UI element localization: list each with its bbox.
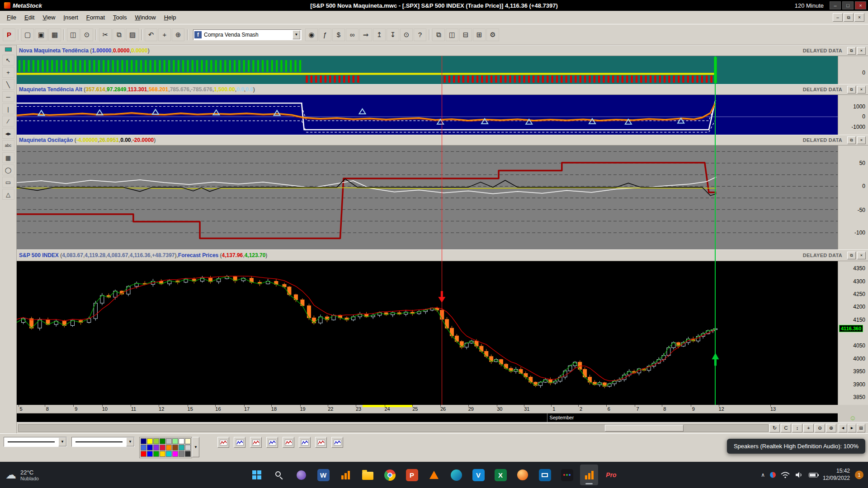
color-swatch[interactable] (141, 451, 146, 457)
taskbar-clock[interactable]: 15:42 12/09/2022 (823, 468, 850, 482)
expert-advisor-combo[interactable]: fCompra Venda Smash▼ (193, 29, 302, 40)
task-view-button[interactable] (292, 465, 310, 485)
excel-app[interactable]: X (491, 465, 509, 485)
paste-button[interactable]: ▨ (126, 28, 139, 41)
word-app[interactable]: W (314, 465, 332, 485)
color-swatch[interactable] (141, 445, 146, 450)
rectangle-tool[interactable]: ▭ (2, 177, 14, 188)
forecaster-button[interactable]: ⇒ (359, 28, 372, 41)
edge-app[interactable] (447, 465, 465, 485)
scroll-right-button[interactable]: ► (848, 424, 856, 432)
line-weight-select[interactable]: ▼ (71, 437, 135, 447)
palette-more-button[interactable]: ▼ (192, 437, 199, 457)
plot-style-2-button[interactable] (234, 437, 245, 448)
web-button[interactable]: ◉ (305, 28, 318, 41)
metastock-active-app[interactable] (580, 465, 598, 485)
panel-restore-button[interactable]: ⧉ (847, 252, 856, 259)
chevron-down-icon[interactable]: ▼ (58, 437, 66, 446)
panel-restore-button[interactable]: ⧉ (847, 136, 856, 144)
upload-button[interactable]: ↥ (373, 28, 386, 41)
start-button[interactable] (248, 465, 266, 485)
collapse-button[interactable]: C (781, 424, 791, 432)
child-close-button[interactable]: × (854, 13, 864, 22)
close-button[interactable]: × (855, 1, 866, 9)
child-restore-button[interactable]: ⧉ (844, 13, 854, 22)
explorer-button[interactable]: ∞ (346, 28, 359, 41)
zoom-out-button[interactable]: ⊖ (815, 424, 825, 432)
zoom-button[interactable]: ⊕ (172, 28, 184, 41)
color-swatch[interactable] (172, 451, 178, 457)
pan-button[interactable]: + (803, 424, 814, 432)
print-button[interactable]: ◫ (67, 28, 80, 41)
maximize-button[interactable]: □ (842, 1, 854, 9)
page-list-button[interactable]: ▤ (857, 424, 865, 432)
plot-style-3-button[interactable] (250, 437, 262, 448)
triangle-tool[interactable]: △ (2, 189, 14, 200)
color-swatch[interactable] (172, 445, 178, 450)
ellipse-tool[interactable]: ◯ (2, 164, 14, 175)
save-button[interactable]: ▦ (48, 28, 61, 41)
maquineta-tendencia-alt-chart[interactable] (17, 95, 838, 135)
panel-close-button[interactable]: × (857, 47, 866, 55)
color-swatch[interactable] (179, 445, 184, 450)
menu-window[interactable]: Window (131, 12, 160, 23)
menu-insert[interactable]: Insert (59, 12, 82, 23)
horizontal-scrollbar[interactable] (18, 424, 769, 432)
search-button[interactable] (270, 465, 288, 485)
metastock-app[interactable] (336, 465, 354, 485)
scrollbar-thumb[interactable] (605, 425, 684, 432)
panel-close-button[interactable]: × (857, 252, 866, 259)
menu-view[interactable]: View (38, 12, 59, 23)
color-swatch[interactable] (166, 451, 172, 457)
panel-restore-button[interactable]: ⧉ (847, 86, 856, 94)
print-preview-button[interactable]: ⊙ (80, 28, 93, 41)
color-swatch[interactable] (185, 445, 191, 450)
angled-line-tool[interactable]: ∕ (2, 116, 14, 127)
nova-maquineta-tendencia-chart[interactable] (17, 56, 838, 84)
panel-close-button[interactable]: × (857, 86, 866, 94)
plot-style-5-button[interactable] (283, 437, 294, 448)
vlc-app[interactable] (425, 465, 443, 485)
child-minimize-button[interactable]: – (833, 13, 843, 22)
powerpoint-app[interactable]: P (403, 465, 421, 485)
panel-restore-button[interactable]: ⧉ (847, 47, 856, 55)
grid-tool[interactable]: ▦ (2, 152, 14, 163)
sp500-index-chart[interactable] (17, 261, 838, 405)
color-swatch[interactable] (172, 438, 178, 444)
horizontal-line-tool[interactable]: ─ (2, 91, 14, 102)
color-swatch[interactable] (160, 438, 165, 444)
undo-button[interactable]: ↶ (145, 28, 157, 41)
wifi-icon[interactable] (781, 472, 790, 479)
smiley-status-icon[interactable]: ☺ (849, 414, 856, 422)
context-help-button[interactable]: ? (414, 28, 426, 41)
indicator-builder-button[interactable]: ƒ (319, 28, 331, 41)
refresh-button[interactable]: ↻ (769, 424, 780, 432)
browser-ball-app[interactable] (514, 465, 532, 485)
color-swatch[interactable] (160, 451, 165, 457)
chevron-down-icon[interactable]: ▼ (126, 437, 134, 446)
color-swatch[interactable] (166, 438, 172, 444)
scroll-left-button[interactable]: ◄ (839, 424, 847, 432)
color-swatch[interactable] (153, 438, 159, 444)
new-chart-button[interactable]: ▢ (21, 28, 34, 41)
chevron-down-icon[interactable]: ▼ (292, 30, 300, 39)
notification-badge[interactable]: 1 (855, 471, 863, 479)
minimize-button[interactable]: – (830, 1, 841, 9)
scroll-left-right-tool[interactable]: ◂▸ (2, 128, 14, 139)
line-style-select[interactable]: ▼ (4, 437, 67, 447)
color-swatch[interactable] (153, 445, 159, 450)
customize-button[interactable]: ⚙ (486, 28, 499, 41)
plot-style-1-button[interactable] (217, 437, 229, 448)
cascade-button[interactable]: ⧉ (432, 28, 445, 41)
active-color-swatch[interactable] (5, 47, 12, 52)
plot-style-4-button[interactable] (266, 437, 278, 448)
color-swatch[interactable] (179, 451, 184, 457)
open-button[interactable]: ▣ (35, 28, 47, 41)
color-swatch[interactable] (166, 445, 172, 450)
color-swatch[interactable] (160, 445, 165, 450)
dark-utility-app[interactable] (558, 465, 576, 485)
color-swatch[interactable] (185, 438, 191, 444)
color-swatch[interactable] (147, 451, 153, 457)
tray-expand-button[interactable]: ∧ (761, 472, 765, 478)
expert-advisor-button[interactable]: $ (332, 28, 345, 41)
